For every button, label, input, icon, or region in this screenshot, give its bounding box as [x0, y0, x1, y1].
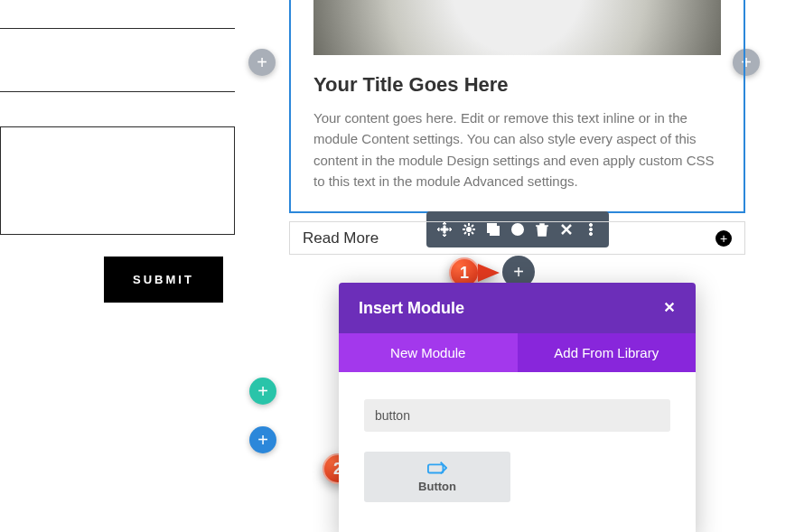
plus-icon: +: [720, 232, 727, 245]
read-more-label: Read More: [303, 229, 379, 247]
module-search-input[interactable]: [364, 399, 670, 432]
button-module-icon: [427, 461, 447, 475]
add-module-button[interactable]: +: [716, 230, 732, 247]
add-section-button-blue[interactable]: +: [249, 426, 276, 453]
blurb-title[interactable]: Your Title Goes Here: [313, 73, 721, 97]
form-input-line[interactable]: [0, 0, 235, 29]
read-more-module[interactable]: Read More +: [289, 221, 745, 255]
plus-icon: +: [257, 382, 268, 400]
module-tile-label: Button: [418, 480, 456, 493]
modal-header: Insert Module: [339, 283, 696, 333]
blurb-body[interactable]: Your content goes here. Edit or remove t…: [313, 107, 721, 191]
form-input-line[interactable]: [0, 63, 235, 92]
plus-icon: +: [257, 53, 267, 71]
module-tile-button[interactable]: Button: [364, 452, 510, 502]
add-row-button[interactable]: +: [249, 378, 276, 405]
annotation-tail: [478, 264, 500, 282]
modal-title: Insert Module: [359, 299, 464, 318]
modal-tabs: New Module Add From Library: [339, 333, 696, 372]
contact-form: SUBMIT: [0, 0, 235, 303]
plus-icon: +: [257, 431, 268, 449]
blurb-module[interactable]: Your Title Goes Here Your content goes h…: [289, 0, 745, 213]
tab-new-module[interactable]: New Module: [339, 333, 518, 372]
blurb-image: [313, 0, 721, 55]
form-textarea[interactable]: [0, 126, 235, 235]
modal-body: Button: [339, 372, 696, 502]
svg-rect-7: [428, 464, 444, 472]
plus-icon: +: [513, 263, 524, 281]
tab-add-from-library[interactable]: Add From Library: [518, 333, 697, 372]
insert-module-modal: Insert Module New Module Add From Librar…: [339, 283, 696, 532]
add-section-button[interactable]: +: [248, 49, 276, 76]
modal-close-button[interactable]: [663, 299, 676, 318]
submit-button[interactable]: SUBMIT: [104, 257, 223, 303]
